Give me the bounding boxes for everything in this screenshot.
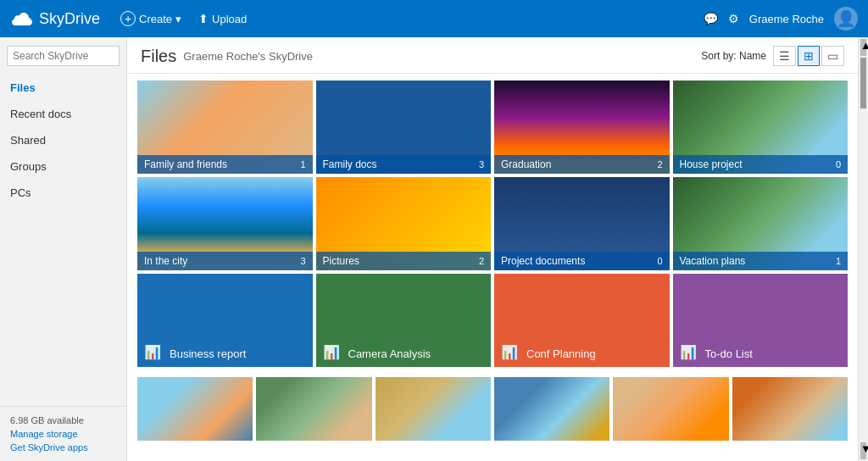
photo-strip-item[interactable] <box>494 377 609 441</box>
sidebar-bottom: 6.98 GB available Manage storage Get Sky… <box>0 406 126 461</box>
tile-overlay: Family docs 3 <box>316 155 492 174</box>
upload-icon: ⬆ <box>198 12 209 25</box>
tile-label: In the city <box>144 255 187 267</box>
create-button[interactable]: + Create ▾ <box>114 8 188 30</box>
doc-label: Conf Planning <box>526 347 596 360</box>
content-area: Files Graeme Roche's SkyDrive Sort by: N… <box>127 37 858 461</box>
sidebar-item-groups[interactable]: Groups <box>0 153 126 180</box>
grid-view-button[interactable]: ⊞ <box>798 46 820 66</box>
folder-tile-pictures[interactable]: Pictures 2 <box>316 177 492 270</box>
details-view-button[interactable]: ▭ <box>821 46 844 66</box>
folder-row-1: Family and friends 1 Family docs 3 Gradu… <box>137 81 848 174</box>
app-name: SkyDrive <box>39 10 100 28</box>
content-header: Files Graeme Roche's SkyDrive Sort by: N… <box>127 37 858 74</box>
doc-icon: 📊 <box>680 344 697 360</box>
sidebar-item-pcs[interactable]: PCs <box>0 180 126 206</box>
scrollbar-thumb[interactable] <box>860 58 866 108</box>
folder-tile-family-friends[interactable]: Family and friends 1 <box>137 81 313 174</box>
photo-strip-item[interactable] <box>732 377 848 441</box>
tile-overlay: In the city 3 <box>137 252 313 270</box>
tile-count: 1 <box>300 159 305 169</box>
create-label: Create <box>139 13 172 25</box>
tile-label: House project <box>680 158 743 170</box>
chevron-down-icon: ▾ <box>175 13 181 25</box>
storage-available: 6.98 GB available <box>10 415 116 425</box>
folder-tile-project-docs[interactable]: Project documents 0 <box>494 177 670 270</box>
folder-tile-family-docs[interactable]: Family docs 3 <box>316 81 492 174</box>
doc-icon: 📊 <box>323 344 340 360</box>
tile-count: 2 <box>479 256 484 266</box>
tile-overlay: Graduation 2 <box>494 155 670 174</box>
plus-icon: + <box>120 11 136 26</box>
sort-label[interactable]: Sort by: Name <box>701 50 766 62</box>
avatar[interactable]: 👤 <box>834 7 858 31</box>
breadcrumb: Graeme Roche's SkyDrive <box>183 50 313 63</box>
list-view-button[interactable]: ☰ <box>773 46 796 66</box>
doc-label: Business report <box>170 347 246 360</box>
tile-count: 0 <box>657 256 662 266</box>
doc-label: Camera Analysis <box>348 347 431 360</box>
doc-tile-overlay: 📊 Business report <box>137 274 313 367</box>
folder-tile-house-project[interactable]: House project 0 <box>673 81 849 174</box>
tile-overlay: House project 0 <box>673 155 849 174</box>
photo-strip-item[interactable] <box>613 377 728 441</box>
tile-overlay: Pictures 2 <box>316 252 492 270</box>
topbar-right: 💬 ⚙ Graeme Roche 👤 <box>704 7 858 31</box>
topbar: SkyDrive + Create ▾ ⬆ Upload 💬 ⚙ Graeme … <box>0 0 868 37</box>
doc-tile-camera-analysis[interactable]: 📊 Camera Analysis <box>316 274 492 367</box>
tile-overlay: Family and friends 1 <box>137 155 313 174</box>
scrollbar-track[interactable] <box>859 58 868 441</box>
doc-icon: 📊 <box>501 344 518 360</box>
photo-strip <box>127 377 858 447</box>
tile-count: 3 <box>479 159 484 169</box>
photo-strip-item[interactable] <box>376 377 491 441</box>
doc-icon: 📊 <box>144 344 161 360</box>
folder-row-2: In the city 3 Pictures 2 Project documen… <box>137 177 848 270</box>
doc-tile-overlay: 📊 To-do List <box>673 274 849 367</box>
tile-overlay: Project documents 0 <box>494 252 670 270</box>
doc-label: To-do List <box>705 347 753 360</box>
scrollbar-down-arrow[interactable]: ▼ <box>860 442 866 459</box>
cloud-icon <box>10 10 34 27</box>
search-box[interactable]: 🔍 <box>7 46 120 66</box>
photo-strip-item[interactable] <box>256 377 371 441</box>
manage-storage-link[interactable]: Manage storage <box>10 429 116 439</box>
topbar-actions: + Create ▾ ⬆ Upload <box>114 8 253 30</box>
app-logo: SkyDrive <box>10 10 100 28</box>
doc-tile-todo-list[interactable]: 📊 To-do List <box>673 274 849 367</box>
tile-label: Vacation plans <box>680 255 746 267</box>
tile-label: Graduation <box>501 158 551 170</box>
main-layout: 🔍 Files Recent docs Shared Groups PCs 6.… <box>0 37 868 461</box>
folder-tile-vacation[interactable]: Vacation plans 1 <box>673 177 849 270</box>
tile-count: 1 <box>836 256 841 266</box>
message-icon[interactable]: 💬 <box>704 12 718 25</box>
content-toolbar: Sort by: Name ☰ ⊞ ▭ <box>701 46 844 66</box>
tile-count: 2 <box>657 159 662 169</box>
view-buttons: ☰ ⊞ ▭ <box>773 46 844 66</box>
upload-label: Upload <box>212 13 247 25</box>
scrollbar-up-arrow[interactable]: ▲ <box>860 39 866 56</box>
get-apps-link[interactable]: Get SkyDrive apps <box>10 442 116 453</box>
doc-tile-conf-planning[interactable]: 📊 Conf Planning <box>494 274 670 367</box>
tile-count: 3 <box>300 256 305 266</box>
sidebar-item-recent[interactable]: Recent docs <box>0 101 126 127</box>
doc-tile-overlay: 📊 Conf Planning <box>494 274 670 367</box>
sidebar-item-files[interactable]: Files <box>0 75 126 101</box>
scrollbar[interactable]: ▲ ▼ <box>858 37 868 461</box>
tile-label: Project documents <box>501 255 585 267</box>
page-title: Files <box>141 47 176 66</box>
upload-button[interactable]: ⬆ Upload <box>192 8 253 29</box>
photo-strip-item[interactable] <box>137 377 253 441</box>
doc-tile-business-report[interactable]: 📊 Business report <box>137 274 313 367</box>
sidebar-item-shared[interactable]: Shared <box>0 127 126 153</box>
grid-section: Family and friends 1 Family docs 3 Gradu… <box>127 74 858 377</box>
doc-row: 📊 Business report 📊 Camera Analysis 📊 Co… <box>137 274 848 367</box>
folder-tile-graduation[interactable]: Graduation 2 <box>494 81 670 174</box>
tile-overlay: Vacation plans 1 <box>673 252 849 270</box>
search-input[interactable] <box>13 50 127 62</box>
tile-label: Pictures <box>323 255 359 267</box>
tile-label: Family docs <box>323 158 377 170</box>
folder-tile-in-the-city[interactable]: In the city 3 <box>137 177 313 270</box>
settings-icon[interactable]: ⚙ <box>728 12 739 25</box>
tile-label: Family and friends <box>144 158 227 170</box>
